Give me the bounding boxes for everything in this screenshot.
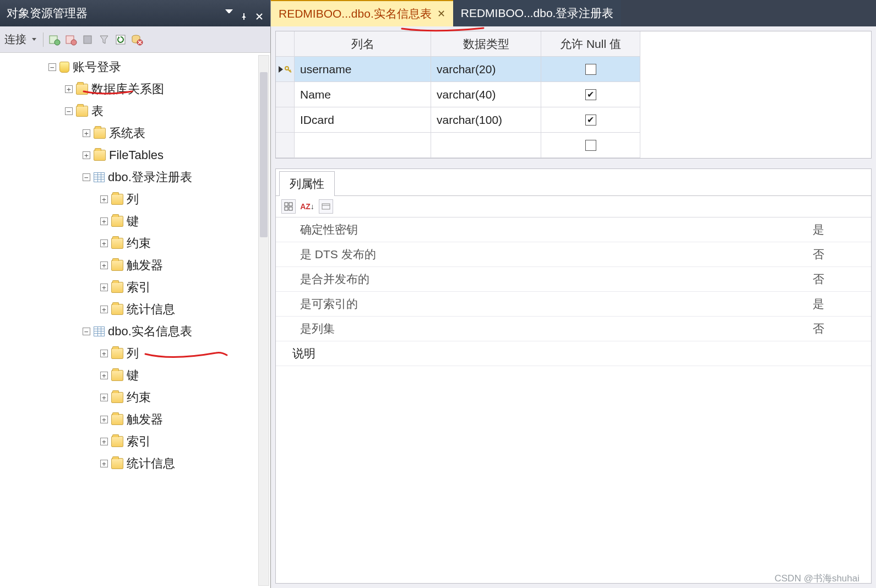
expand-icon[interactable]: +: [100, 460, 108, 467]
tree-view[interactable]: −账号登录+数据库关系图−表+系统表+FileTables−dbo.登录注册表+…: [0, 53, 270, 588]
categorized-icon[interactable]: [281, 199, 296, 214]
tree-node[interactable]: −dbo.登录注册表: [0, 166, 270, 188]
tab-inactive[interactable]: REDMIBOO...dbo.登录注册表: [453, 0, 622, 26]
property-value[interactable]: 否: [805, 242, 871, 266]
object-explorer-panel: 对象资源管理器 连接 −账号登录+数据库关系图−表+系统表+FileTables…: [0, 0, 271, 588]
connect-server-icon[interactable]: [48, 33, 61, 46]
cell-allow-null[interactable]: [541, 133, 640, 158]
tree-node[interactable]: +索引: [0, 431, 270, 453]
row-selector[interactable]: [276, 133, 295, 158]
property-value[interactable]: 是: [805, 292, 871, 316]
connect-dropdown-icon[interactable]: [32, 38, 36, 41]
row-selector[interactable]: [276, 57, 295, 82]
property-row[interactable]: 确定性密钥是: [276, 217, 871, 242]
tree-node[interactable]: +约束: [0, 386, 270, 409]
tab-active[interactable]: REDMIBOO...dbo.实名信息表 ✕: [271, 0, 453, 26]
tree-node[interactable]: +列: [0, 188, 270, 210]
alphabetical-icon[interactable]: AZ↓: [300, 199, 314, 214]
cell-data-type[interactable]: varchar(40): [431, 82, 541, 107]
tree-node[interactable]: +统计信息: [0, 298, 270, 320]
tree-node[interactable]: +FileTables: [0, 144, 270, 166]
cell-column-name[interactable]: username: [295, 57, 431, 82]
tree-node[interactable]: +索引: [0, 276, 270, 298]
table-row[interactable]: IDcardvarchar(100): [276, 107, 871, 133]
tree-node[interactable]: +系统表: [0, 122, 270, 144]
collapse-icon[interactable]: −: [83, 328, 90, 335]
connect-label[interactable]: 连接: [4, 32, 26, 47]
expand-icon[interactable]: +: [83, 151, 90, 159]
property-row[interactable]: 是列集否: [276, 317, 871, 341]
property-pages-icon[interactable]: [319, 199, 333, 214]
row-selector[interactable]: [276, 107, 295, 133]
tree-node[interactable]: +触发器: [0, 409, 270, 431]
stop-icon[interactable]: [81, 33, 94, 46]
tree-node[interactable]: −账号登录: [0, 56, 270, 78]
expand-icon[interactable]: +: [100, 372, 108, 379]
cell-data-type[interactable]: varchar(20): [431, 57, 541, 82]
tree-node[interactable]: +触发器: [0, 254, 270, 276]
table-row[interactable]: usernamevarchar(20): [276, 57, 871, 82]
tree-node[interactable]: +数据库关系图: [0, 78, 270, 100]
checkbox[interactable]: [585, 89, 596, 100]
close-icon[interactable]: [256, 9, 264, 17]
property-value[interactable]: 否: [805, 317, 871, 341]
panel-title: 对象资源管理器: [7, 6, 88, 21]
expand-icon[interactable]: +: [100, 350, 108, 357]
header-rowselector: [276, 31, 295, 57]
checkbox[interactable]: [585, 140, 596, 151]
expand-icon[interactable]: +: [65, 85, 73, 93]
filter-icon[interactable]: [97, 33, 111, 46]
props-tab[interactable]: 列属性: [279, 171, 335, 196]
expand-icon[interactable]: +: [100, 284, 108, 291]
expand-icon[interactable]: +: [100, 262, 108, 269]
property-value[interactable]: 否: [805, 267, 871, 291]
tree-node[interactable]: +列: [0, 342, 270, 364]
folder-icon: [111, 392, 123, 403]
cell-allow-null[interactable]: [541, 57, 640, 82]
collapse-icon[interactable]: −: [83, 173, 90, 181]
collapse-icon[interactable]: −: [65, 107, 73, 115]
cell-column-name[interactable]: IDcard: [295, 107, 431, 133]
row-selector[interactable]: [276, 82, 295, 107]
collapse-icon[interactable]: −: [48, 63, 56, 71]
table-row[interactable]: Namevarchar(40): [276, 82, 871, 107]
pin-icon[interactable]: [241, 9, 248, 17]
scrollbar-thumb[interactable]: [260, 72, 268, 237]
expand-icon[interactable]: +: [83, 129, 90, 137]
tree-node[interactable]: −表: [0, 100, 270, 122]
expand-icon[interactable]: +: [100, 217, 108, 225]
expand-icon[interactable]: +: [100, 306, 108, 313]
table-row[interactable]: [276, 133, 871, 158]
tree-node[interactable]: +键: [0, 210, 270, 232]
cell-allow-null[interactable]: [541, 82, 640, 107]
close-icon[interactable]: ✕: [437, 8, 445, 20]
panel-menu-icon[interactable]: [225, 9, 233, 17]
tree-node[interactable]: +约束: [0, 232, 270, 254]
property-row[interactable]: 是合并发布的否: [276, 267, 871, 292]
scrollbar[interactable]: [258, 55, 269, 586]
tree-node[interactable]: +统计信息: [0, 453, 270, 475]
props-grid[interactable]: 确定性密钥是是 DTS 发布的否是合并发布的否是可索引的是是列集否说明: [276, 217, 871, 583]
cell-allow-null[interactable]: [541, 107, 640, 133]
tree-node[interactable]: −dbo.实名信息表: [0, 320, 270, 342]
cell-data-type[interactable]: [431, 133, 541, 158]
cell-data-type[interactable]: varchar(100): [431, 107, 541, 133]
property-name: 是 DTS 发布的: [276, 242, 805, 266]
checkbox[interactable]: [585, 115, 596, 126]
property-row[interactable]: 是可索引的是: [276, 292, 871, 317]
tree-node[interactable]: +键: [0, 364, 270, 386]
delete-db-icon[interactable]: [130, 33, 144, 46]
cell-column-name[interactable]: Name: [295, 82, 431, 107]
property-row[interactable]: 是 DTS 发布的否: [276, 242, 871, 267]
expand-icon[interactable]: +: [100, 195, 108, 203]
refresh-icon[interactable]: [114, 33, 127, 46]
expand-icon[interactable]: +: [100, 438, 108, 445]
expand-icon[interactable]: +: [100, 239, 108, 247]
checkbox[interactable]: [585, 64, 596, 75]
expand-icon[interactable]: +: [100, 416, 108, 423]
svg-rect-12: [289, 207, 292, 210]
disconnect-server-icon[interactable]: [64, 33, 78, 46]
expand-icon[interactable]: +: [100, 394, 108, 401]
property-value[interactable]: 是: [805, 217, 871, 242]
cell-column-name[interactable]: [295, 133, 431, 158]
